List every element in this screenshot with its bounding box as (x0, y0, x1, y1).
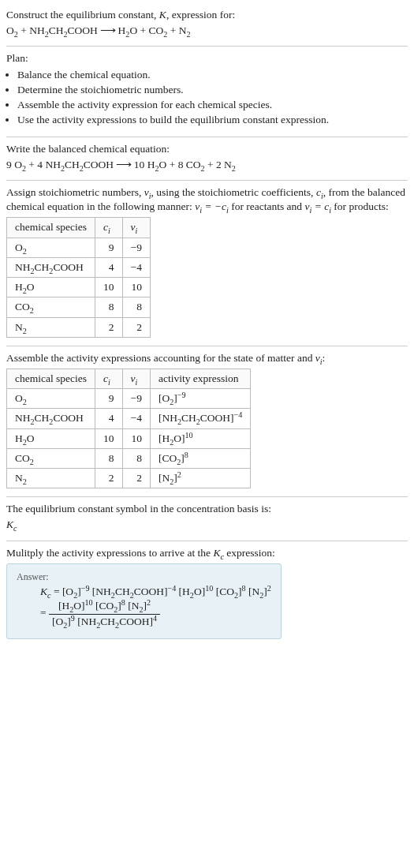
col-nui: νi (122, 369, 150, 388)
cell-nui: −9 (122, 389, 150, 409)
cell-activity: [N2]2 (150, 469, 250, 488)
plan-item: Assemble the activity expression for eac… (17, 98, 408, 112)
answer-expression: Kc = [O2]−9 [NH2CH2COOH]−4 [H2O]10 [CO2]… (17, 585, 271, 629)
mult-t1: Mulitply the activity expressions to arr… (6, 547, 213, 559)
kc-symbol: Kc (6, 518, 408, 532)
plan-item: Use the activity expressions to build th… (17, 113, 408, 127)
cell-nui: 2 (122, 469, 150, 488)
cell-activity: [CO2]8 (150, 448, 250, 468)
answer-fraction: [H2O]10 [CO2]8 [N2]2 [O2]9 [NH2CH2COOH]4 (49, 599, 160, 628)
cell-species: N2 (7, 317, 95, 337)
prompt-pre: Construct the equilibrium constant, (6, 9, 159, 21)
eq-sign: = (40, 607, 49, 619)
answer-box: Answer: Kc = [O2]−9 [NH2CH2COOH]−4 [H2O]… (6, 563, 282, 639)
table-row: CO288[CO2]8 (7, 448, 251, 468)
answer-label: Answer: (17, 571, 271, 583)
table-row: H2O1010[H2O]10 (7, 428, 251, 448)
table-header-row: chemical species ci νi activity expressi… (7, 369, 251, 388)
cell-species: CO2 (7, 297, 95, 317)
reactant-relation: νi = −ci (195, 200, 229, 212)
fraction-numerator: [H2O]10 [CO2]8 [N2]2 (49, 599, 160, 614)
assign-t1: Assign stoichiometric numbers, (6, 186, 144, 198)
cell-nui: −4 (122, 409, 150, 428)
cell-nui: −4 (122, 257, 150, 277)
cell-activity: [O2]−9 (150, 389, 250, 409)
symbol-K: K (159, 9, 166, 21)
cell-ci: 8 (95, 297, 123, 317)
assemble-t1: Assemble the activity expressions accoun… (6, 352, 315, 364)
cell-ci: 10 (95, 428, 123, 448)
col-ci: ci (95, 218, 123, 238)
symbol-section: The equilibrium constant symbol in the c… (6, 497, 408, 540)
cell-species: O2 (7, 238, 95, 257)
kc-inline: Kc (213, 547, 224, 559)
cell-nui: −9 (122, 238, 150, 257)
product-relation: νi = ci (304, 200, 330, 212)
cell-ci: 9 (95, 238, 123, 257)
cell-ci: 4 (95, 257, 123, 277)
multiply-text: Mulitply the activity expressions to arr… (6, 546, 408, 560)
exp: 10 (185, 430, 193, 439)
unbalanced-equation: O2 + NH2CH2COOH ⟶ H2O + CO2 + N2 (6, 24, 408, 38)
plan-section: Plan: Balance the chemical equation. Det… (6, 47, 408, 136)
table-row: O29−9[O2]−9 (7, 389, 251, 409)
prompt-line: Construct the equilibrium constant, K, e… (6, 8, 408, 22)
fraction-denominator: [O2]9 [NH2CH2COOH]4 (49, 615, 160, 629)
intro-section: Construct the equilibrium constant, K, e… (6, 3, 408, 46)
table-row: NH2CH2COOH4−4[NH2CH2COOH]−4 (7, 409, 251, 428)
plan-list: Balance the chemical equation. Determine… (6, 68, 408, 128)
cell-species: NH2CH2COOH (7, 409, 95, 428)
exp: 2 (177, 470, 181, 479)
assign-section: Assign stoichiometric numbers, νi, using… (6, 181, 408, 346)
balanced-header: Write the balanced chemical equation: (6, 142, 408, 156)
mult-t2: expression: (224, 547, 275, 559)
table-row: N222 (7, 317, 151, 337)
cell-ci: 10 (95, 278, 123, 297)
c-i: ci (316, 186, 323, 198)
cell-species: NH2CH2COOH (7, 257, 95, 277)
col-ci: ci (95, 369, 123, 388)
col-species: chemical species (7, 218, 95, 238)
col-species: chemical species (7, 369, 95, 388)
cell-ci: 2 (95, 469, 123, 488)
assemble-text: Assemble the activity expressions accoun… (6, 351, 408, 365)
multiply-section: Mulitply the activity expressions to arr… (6, 541, 408, 647)
cell-nui: 8 (122, 297, 150, 317)
assign-t4: for reactants and (229, 200, 305, 212)
cell-species: N2 (7, 469, 95, 488)
col-nui: νi (122, 218, 150, 238)
cell-nui: 10 (122, 428, 150, 448)
cell-ci: 2 (95, 317, 123, 337)
table-row: NH2CH2COOH4−4 (7, 257, 151, 277)
cell-species: O2 (7, 389, 95, 409)
exp: −9 (177, 391, 186, 399)
activity-table: chemical species ci νi activity expressi… (6, 369, 251, 488)
stoich-table: chemical species ci νi O29−9 NH2CH2COOH4… (6, 217, 151, 337)
assign-t5: for products: (331, 200, 389, 212)
plan-header: Plan: (6, 51, 408, 65)
assemble-section: Assemble the activity expressions accoun… (6, 346, 408, 497)
assign-t2: , using the stoichiometric coefficients, (151, 186, 316, 198)
table-header-row: chemical species ci νi (7, 218, 151, 238)
cell-ci: 8 (95, 448, 123, 468)
balanced-equation: 9 O2 + 4 NH2CH2COOH ⟶ 10 H2O + 8 CO2 + 2… (6, 158, 408, 172)
exp: −4 (234, 410, 243, 419)
cell-species: H2O (7, 278, 95, 297)
plan-item: Determine the stoichiometric numbers. (17, 83, 408, 97)
prompt-post: , expression for: (166, 9, 235, 21)
exp: 8 (185, 450, 188, 458)
table-row: N222[N2]2 (7, 469, 251, 488)
col-activity: activity expression (150, 369, 250, 388)
cell-nui: 8 (122, 448, 150, 468)
nu-i: νi (315, 352, 323, 364)
cell-species: CO2 (7, 448, 95, 468)
cell-activity: [H2O]10 (150, 428, 250, 448)
table-row: O29−9 (7, 238, 151, 257)
cell-nui: 2 (122, 317, 150, 337)
cell-ci: 9 (95, 389, 123, 409)
cell-species: H2O (7, 428, 95, 448)
nu-i: νi (144, 186, 151, 198)
assign-text: Assign stoichiometric numbers, νi, using… (6, 185, 408, 214)
cell-activity: [NH2CH2COOH]−4 (150, 409, 250, 428)
kc-equals: Kc (40, 586, 51, 597)
